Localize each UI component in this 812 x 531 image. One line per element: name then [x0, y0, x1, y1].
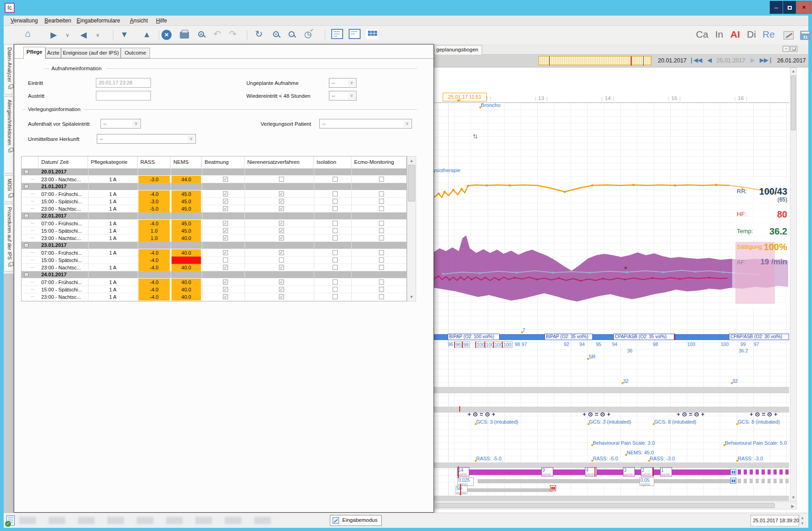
med-dose-box[interactable]: 9µg/min	[541, 467, 553, 476]
wiedereintritt-select[interactable]: --∨	[329, 91, 356, 101]
column-header-pflegekategorie[interactable]: Pflegekategorie	[88, 157, 138, 168]
table-group-row[interactable]: –24.01.2017	[22, 271, 406, 279]
herkunft-select[interactable]: --∨	[97, 134, 196, 144]
step-back-icon[interactable]: ◀	[707, 57, 712, 63]
checkbox-ecmo[interactable]	[379, 279, 384, 285]
verlegungsort-select[interactable]: --∨	[319, 119, 412, 129]
checkbox-beatmung[interactable]: ✓	[223, 250, 228, 255]
med-dose-box[interactable]: 1µg/min	[660, 467, 672, 476]
checkbox-ecmo[interactable]	[379, 221, 384, 226]
checkbox-ecmo[interactable]	[379, 177, 384, 182]
checkbox-beatmung[interactable]: ✓	[223, 191, 228, 196]
table-row[interactable]: 07:00 - Frühschi...1 A-4.040.0✓✓	[22, 279, 406, 286]
scroll-down-icon[interactable]: ▼	[790, 495, 796, 500]
refresh-icon[interactable]: ↻	[255, 28, 263, 39]
table-group-row[interactable]: –21.01.2017	[22, 183, 406, 190]
table-scrollbar[interactable]: ▲ ▼	[407, 156, 416, 302]
checkbox-beatmung[interactable]: ✓	[223, 206, 228, 211]
search-document-icon[interactable]: A	[198, 30, 204, 37]
minimize-button[interactable]: –	[770, 1, 783, 14]
table-row[interactable]: 07:00 - Frühschi...1 A-4.045.0✓✓	[22, 220, 406, 227]
checkbox-isolation[interactable]	[333, 221, 338, 226]
redo-icon[interactable]: ↷	[229, 28, 237, 39]
clock-icon[interactable]: ◷✔	[304, 29, 312, 39]
event-physiotherapie[interactable]: ysiotherapie	[434, 168, 460, 173]
checkbox-ecmo[interactable]	[379, 228, 384, 233]
scrollbar-thumb[interactable]	[435, 503, 775, 508]
chevron-down-icon[interactable]: ∨	[66, 32, 69, 38]
chart-restore-icon[interactable]: ❑	[790, 46, 797, 52]
tab-outcome[interactable]: Outcome	[121, 48, 150, 58]
checkbox-nierenersatzverfahren[interactable]: ✓	[279, 221, 284, 226]
checkbox-beatmung[interactable]: ✓	[223, 221, 228, 226]
checkbox-isolation[interactable]	[333, 191, 338, 196]
table-row[interactable]: 23:00 - Nachtsc...1 A-3.044.0✓	[22, 176, 406, 183]
back-icon[interactable]: ◀	[80, 30, 87, 40]
sidebar-item-prozeduren-auf-der-ips[interactable]: Prozeduren auf der IPS	[4, 204, 14, 272]
home-icon[interactable]: ⌂	[25, 28, 31, 39]
column-header-rass[interactable]: RASS	[138, 157, 171, 168]
tree-collapse-icon[interactable]: –	[24, 184, 28, 189]
med-pause-icon[interactable]: ▮▮	[730, 478, 736, 484]
checkbox-isolation[interactable]	[333, 206, 338, 211]
med-dose-box[interactable]: 0.05mg/Std	[640, 477, 654, 486]
checkbox-isolation[interactable]	[333, 235, 338, 240]
checkbox-nierenersatzverfahren[interactable]: ✓	[279, 287, 284, 292]
checkbox-beatmung[interactable]	[223, 257, 228, 263]
table-row[interactable]: 15:00 - Spätschi...1 A1.045.0✓✓	[22, 227, 406, 235]
med-dose-box[interactable]: 2µg/min	[641, 467, 653, 476]
forward-icon[interactable]: ▶	[50, 30, 57, 40]
close-button[interactable]: ×	[796, 1, 812, 14]
print-icon[interactable]	[180, 30, 189, 39]
cursor-time-box[interactable]: 25.01.17 11:51	[443, 93, 487, 101]
ungeplante-aufnahme-select[interactable]: --∨	[329, 78, 356, 88]
checkbox-ecmo[interactable]	[379, 294, 384, 299]
chart-horizontal-scrollbar[interactable]: ▶	[434, 502, 797, 509]
checkbox-beatmung[interactable]: ✓	[223, 279, 228, 285]
checkbox-nierenersatzverfahren[interactable]: ✓	[279, 199, 284, 204]
timeline-overview-bar[interactable]	[539, 56, 651, 65]
skip-to-start-icon[interactable]: ❘◀◀	[689, 57, 702, 63]
toolbar-ai-button[interactable]: AI	[730, 29, 740, 40]
med-dose-box[interactable]: 3µg/min	[623, 467, 635, 476]
checkbox-isolation[interactable]	[333, 228, 338, 233]
tree-collapse-icon[interactable]: –	[24, 214, 28, 218]
datetime-spin-up-icon[interactable]: ▲	[801, 516, 804, 520]
checkbox-ecmo[interactable]	[379, 191, 384, 196]
table-group-row[interactable]: –22.01.2017	[22, 212, 406, 220]
checkbox-isolation[interactable]	[333, 265, 338, 270]
scrollbar-thumb[interactable]	[408, 165, 415, 201]
zoom-in-icon[interactable]: +	[273, 30, 279, 37]
form-window-edit-icon[interactable]	[349, 30, 361, 40]
column-header-ecmo-monitoring[interactable]: Ecmo-Monitoring	[351, 157, 406, 168]
down-triangle-icon[interactable]: ▼	[120, 30, 128, 39]
table-row[interactable]: 23:00 - Nachtsc...1 A-4.040.0✓✓	[22, 264, 406, 271]
sidebar-item-daten-analyzer[interactable]: Daten-Analyzer	[4, 44, 14, 95]
column-header-datum-zeit[interactable]: Datum/ Zeit	[39, 157, 88, 168]
checkbox-isolation[interactable]	[333, 177, 338, 182]
table-row[interactable]: 15:00 - Spätschi...1 A-4.040.0✓✓	[22, 286, 406, 293]
sidebar-item-mdsi[interactable]: MDSi	[4, 175, 14, 202]
checkbox-ecmo[interactable]	[379, 265, 384, 270]
event-broncho[interactable]: Broncho	[481, 102, 501, 108]
checkbox-isolation[interactable]	[333, 257, 338, 263]
table-row[interactable]: 15:00 - Spätschi...-4.0	[22, 257, 406, 264]
table-group-row[interactable]: –23.01.2017	[22, 242, 406, 249]
checkbox-beatmung[interactable]: ✓	[223, 294, 228, 299]
chevron-down-icon[interactable]: ∨	[96, 32, 100, 38]
tab--rzte[interactable]: Ärzte	[45, 48, 61, 58]
maximize-button[interactable]	[783, 1, 796, 14]
checkbox-beatmung[interactable]: ✓	[223, 265, 228, 270]
chart-canvas[interactable]: |12||13||14||15||16|	[434, 67, 789, 501]
chart-vertical-scrollbar[interactable]: ▲ ▼	[790, 67, 797, 501]
datetime-spin-down-icon[interactable]: ▼	[801, 521, 804, 525]
column-header-beatmung[interactable]: Beatmung	[202, 157, 245, 168]
eintritt-input[interactable]: 20.01.17 23:28	[96, 78, 151, 88]
scrollbar-thumb[interactable]	[791, 75, 796, 130]
sidebar-item-allergien-infektionen[interactable]: Allergien/Infektionen	[4, 96, 14, 173]
column-header-nems[interactable]: NEMS	[171, 157, 202, 168]
tree-collapse-icon[interactable]: –	[24, 243, 28, 247]
tree-collapse-icon[interactable]: –	[24, 273, 28, 277]
checkbox-nierenersatzverfahren[interactable]: ✓	[279, 279, 284, 285]
menu-eingabeformulare[interactable]: Eingabeformulare	[72, 16, 124, 24]
